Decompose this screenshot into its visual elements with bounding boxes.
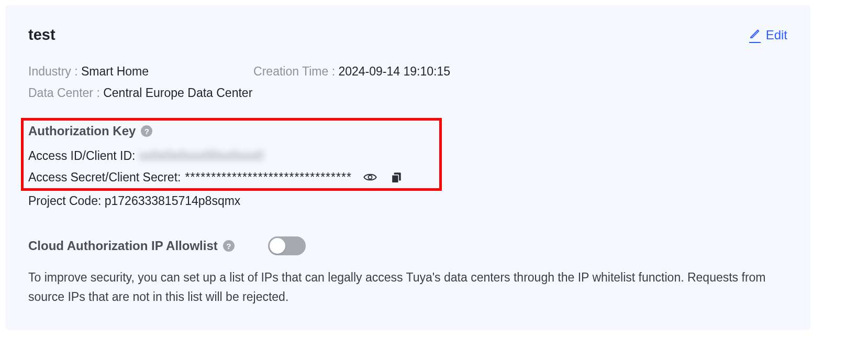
authorization-key-header: Authorization Key ? [28,124,435,138]
data-center-label: Data Center : [28,86,103,100]
access-secret-row: Access Secret/Client Secret: ***********… [28,169,435,185]
data-center-field: Data Center : Central Europe Data Center [28,86,787,100]
creation-time-value: 2024-09-14 19:10:15 [338,64,450,78]
project-info-panel: test Edit Industry : Smart Home Creation… [5,5,810,330]
project-code-value: p1726333815714p8sqmx [105,194,241,208]
industry-label: Industry : [28,64,81,78]
ip-allowlist-toggle[interactable] [268,236,306,255]
toggle-knob [270,238,285,254]
access-secret-value: ******************************** [185,170,351,185]
edit-button[interactable]: Edit [749,27,787,43]
reveal-secret-button[interactable] [362,169,378,185]
project-code-label: Project Code: [28,194,105,208]
authorization-key-title: Authorization Key [28,124,136,138]
project-title: test [28,26,55,44]
meta-row-1: Industry : Smart Home Creation Time : 20… [28,64,787,79]
data-center-value: Central Europe Data Center [103,86,252,100]
project-code-row: Project Code: p1726333815714p8sqmx [28,194,787,208]
edit-label: Edit [766,28,787,42]
ip-allowlist-title: Cloud Authorization IP Allowlist [28,239,218,253]
access-id-label: Access ID/Client ID: [28,149,136,163]
svg-point-0 [368,176,372,179]
access-id-row: Access ID/Client ID: xx0x0x0xxx00xx0xxx0 [28,149,435,163]
creation-time-label: Creation Time : [253,64,338,78]
copy-secret-button[interactable] [388,169,404,185]
header-row: test Edit [28,26,787,44]
ip-allowlist-section: Cloud Authorization IP Allowlist ? To im… [28,236,787,307]
industry-value: Smart Home [81,64,149,78]
svg-rect-2 [392,175,398,183]
edit-icon [749,27,761,43]
creation-time-field: Creation Time : 2024-09-14 19:10:15 [253,64,450,79]
help-icon[interactable]: ? [141,125,152,137]
access-secret-label: Access Secret/Client Secret: [28,170,181,185]
access-id-value: xx0x0x0xxx00xx0xxx0 [140,149,264,163]
industry-field: Industry : Smart Home [28,64,149,79]
ip-allowlist-description: To improve security, you can set up a li… [28,268,772,307]
help-icon[interactable]: ? [223,240,235,252]
authorization-key-highlight-box: Authorization Key ? Access ID/Client ID:… [21,118,442,191]
ip-allowlist-header: Cloud Authorization IP Allowlist ? [28,236,787,255]
